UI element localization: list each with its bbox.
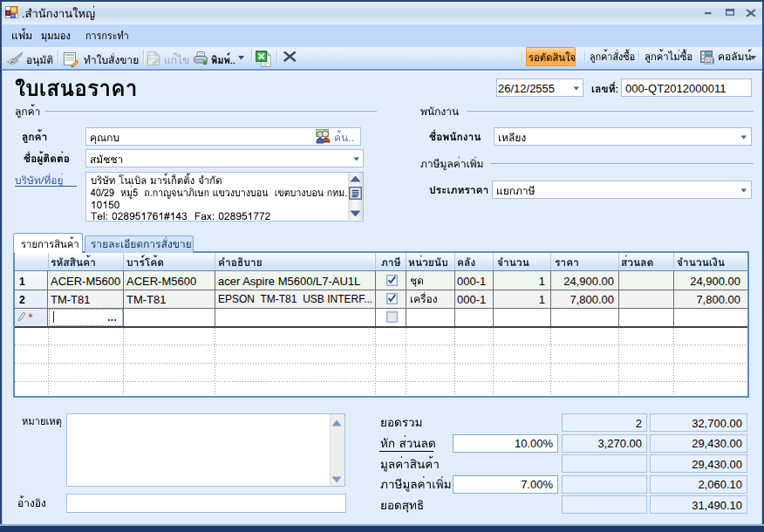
- svg-text:123: 123: [706, 58, 714, 64]
- svg-text:*: *: [28, 310, 33, 323]
